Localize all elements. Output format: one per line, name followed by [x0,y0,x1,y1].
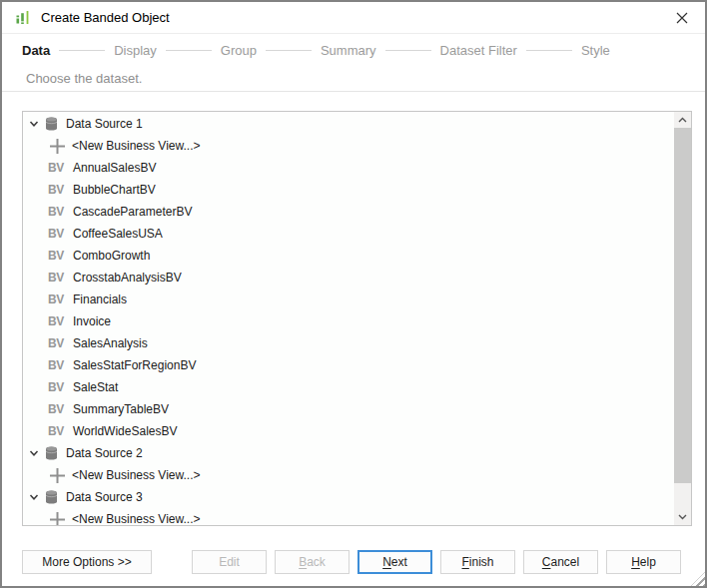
tree-row[interactable]: BVCascadeParameterBV [23,201,673,223]
window-title: Create Banded Object [41,10,170,25]
wizard-buttons: EditBackNextFinishCancelHelp [192,550,689,574]
vertical-scrollbar[interactable] [674,112,691,525]
tree-node-label: WorldWideSalesBV [73,424,177,438]
tree-row[interactable]: BVComboGrowth [23,245,673,267]
tree-row[interactable]: Data Source 1 [23,113,673,135]
chevron-up-icon[interactable] [674,112,691,128]
bv-badge-icon: BV [48,314,67,328]
bv-badge-icon: BV [48,336,67,350]
chevron-down-icon[interactable] [674,509,691,525]
step-connector [166,50,212,51]
tree-node-label: <New Business View...> [72,139,201,153]
tree-node-label: Data Source 2 [66,446,143,460]
tree-node-label: SalesAnalysis [73,336,148,350]
wizard-subtitle: Choose the dataset. [26,71,142,86]
cancel-button[interactable]: Cancel [523,550,598,574]
tree-row[interactable]: BVBubbleChartBV [23,179,673,201]
wizard-steps: DataDisplayGroupSummaryDataset FilterSty… [22,38,689,62]
tree-row[interactable]: BVFinancials [23,289,673,310]
database-icon [43,445,60,462]
bv-badge-icon: BV [48,380,67,394]
chevron-down-icon[interactable] [27,117,41,131]
tree-node-label: SalesStatForRegionBV [73,358,196,372]
back-button[interactable]: Back [275,550,350,574]
tree-row[interactable]: BVAnnualSalesBV [23,157,673,179]
wizard-step-display[interactable]: Display [114,43,157,58]
wizard-step-style[interactable]: Style [581,43,610,58]
tree-row[interactable]: BVSummaryTableBV [23,398,673,420]
tree-row[interactable]: Data Source 3 [23,486,673,508]
next-button[interactable]: Next [357,550,432,574]
bv-badge-icon: BV [48,402,67,416]
more-options-button[interactable]: More Options >> [22,550,152,574]
tree-node-label: AnnualSalesBV [73,161,156,175]
tree-node-label: Financials [73,293,127,306]
close-icon[interactable] [669,5,695,31]
tree-row[interactable]: BVSaleStat [23,376,673,398]
bv-badge-icon: BV [48,227,67,241]
bv-badge-icon: BV [48,424,67,438]
dataset-tree-panel: Data Source 1<New Business View...>BVAnn… [22,111,692,526]
tree-node-label: CoffeeSalesUSA [73,227,163,241]
dataset-tree: Data Source 1<New Business View...>BVAnn… [23,113,673,526]
tree-node-label: <New Business View...> [72,468,201,482]
tree-row[interactable]: BVWorldWideSalesBV [23,420,673,442]
tree-node-label: ComboGrowth [73,249,150,263]
tree-row[interactable]: BVSalesStatForRegionBV [23,354,673,376]
wizard-step-data[interactable]: Data [22,43,50,58]
tree-node-label: CascadeParameterBV [73,205,192,219]
chevron-down-icon[interactable] [27,446,41,460]
tree-row[interactable]: BVCoffeeSalesUSA [23,223,673,245]
database-icon [43,489,60,506]
tree-row[interactable]: <New Business View...> [23,135,673,157]
tree-node-label: Invoice [73,314,111,328]
plus-icon [49,138,66,155]
help-button[interactable]: Help [606,550,681,574]
scrollbar-thumb[interactable] [674,128,691,483]
wizard-step-summary[interactable]: Summary [321,43,376,58]
tree-node-label: CrosstabAnalysisBV [73,271,182,285]
wizard-step-group[interactable]: Group [221,43,257,58]
tree-node-label: Data Source 3 [66,490,143,504]
tree-node-label: SaleStat [73,380,118,394]
plus-icon [49,511,66,527]
bar-chart-icon [15,9,32,26]
bv-badge-icon: BV [48,249,67,263]
tree-row[interactable]: BVSalesAnalysis [23,332,673,354]
step-connector [526,50,572,51]
create-banded-object-dialog: Create Banded Object DataDisplayGroupSum… [0,0,707,588]
header-separator [2,91,705,92]
wizard-step-dataset-filter[interactable]: Dataset Filter [440,43,517,58]
tree-node-label: <New Business View...> [72,512,201,526]
edit-button[interactable]: Edit [192,550,267,574]
bv-badge-icon: BV [48,358,67,372]
tree-row[interactable]: <New Business View...> [23,464,673,486]
tree-node-label: Data Source 1 [66,117,143,131]
bv-badge-icon: BV [48,183,67,197]
tree-row[interactable]: BVInvoice [23,310,673,332]
bv-badge-icon: BV [48,271,67,285]
tree-row[interactable]: Data Source 2 [23,442,673,464]
step-connector [59,50,105,51]
bv-badge-icon: BV [48,293,67,306]
resize-grip-icon[interactable] [691,572,705,586]
step-connector [385,50,431,51]
finish-button[interactable]: Finish [440,550,515,574]
bv-badge-icon: BV [48,205,67,219]
tree-node-label: BubbleChartBV [73,183,156,197]
tree-node-label: SummaryTableBV [73,402,169,416]
step-connector [266,50,312,51]
tree-row[interactable]: <New Business View...> [23,508,673,526]
title-bar: Create Banded Object [2,2,705,34]
plus-icon [49,467,66,484]
database-icon [43,116,60,133]
chevron-down-icon[interactable] [27,490,41,504]
tree-row[interactable]: BVCrosstabAnalysisBV [23,267,673,289]
bv-badge-icon: BV [48,161,67,175]
